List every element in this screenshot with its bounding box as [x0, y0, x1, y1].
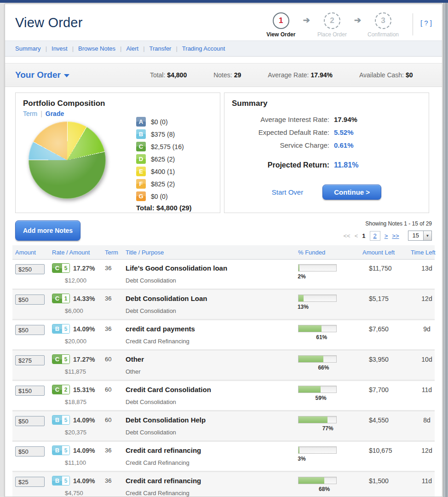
nav-item-trading-account[interactable]: Trading Account	[182, 45, 225, 52]
nav-item-alert[interactable]: Alert	[126, 45, 138, 52]
funded-progress-bar	[298, 446, 337, 454]
column-header-term[interactable]: Term	[105, 249, 126, 256]
projected-return-value: 11.81%	[334, 161, 358, 169]
loan-title[interactable]: Debt Consolidation Help	[126, 415, 298, 424]
column-header-time-left[interactable]: Time Left	[411, 249, 442, 256]
legend-total: Total: $4,800 (29)	[136, 204, 192, 212]
header-divider	[413, 13, 413, 35]
note-amount-input[interactable]	[15, 416, 45, 426]
funded-cell: 13%	[298, 294, 362, 314]
column-header-rate-amount[interactable]: Rate / Amount	[52, 249, 105, 256]
summary-label: Service Charge:	[224, 141, 329, 149]
term-cell: 36	[105, 445, 126, 466]
time-left-cell: 11d	[411, 385, 442, 405]
order-stat-value: $0	[406, 71, 413, 79]
page-scrollbar[interactable]	[443, 3, 448, 497]
loan-title[interactable]: Credit Card Consolidation	[126, 385, 298, 393]
loan-amount: $12,000	[65, 277, 105, 284]
loan-title[interactable]: Credit card refinancing	[126, 476, 298, 485]
nav-item-transfer[interactable]: Transfer	[149, 45, 172, 52]
rate-amount-cell: B 5 14.09% $11,100	[52, 445, 105, 466]
start-over-link[interactable]: Start Over	[272, 188, 303, 196]
funded-progress-bar	[298, 386, 337, 393]
order-stat-value: $4,800	[167, 71, 187, 79]
note-amount-input[interactable]	[15, 264, 45, 274]
help-link[interactable]: [ ? ]	[420, 19, 432, 27]
add-more-notes-button[interactable]: Add more Notes	[15, 220, 80, 241]
note-amount-input[interactable]	[15, 325, 45, 335]
funded-percent-label: 68%	[319, 486, 330, 492]
loan-amount: $4,750	[65, 490, 105, 497]
loan-title[interactable]: Credit card refinancing	[126, 445, 298, 454]
loan-title[interactable]: Debt Consolidation Loan	[126, 294, 298, 302]
term-cell: 60	[105, 415, 126, 436]
note-amount-input[interactable]	[15, 295, 45, 305]
loan-purpose: Credit Card Refinancing	[126, 490, 298, 497]
loan-title[interactable]: credit card payments	[126, 324, 298, 333]
nav-separator: |	[120, 45, 121, 52]
note-amount-input[interactable]	[15, 386, 45, 396]
last-page-link[interactable]: >>	[392, 232, 399, 239]
amount-cell	[15, 354, 52, 375]
funded-progress-fill	[299, 356, 323, 362]
amount-cell	[15, 324, 52, 345]
continue-button[interactable]: Continue >	[322, 185, 381, 200]
current-page-number: 1	[362, 232, 365, 239]
column-header--funded[interactable]: % Funded	[298, 249, 362, 256]
note-amount-input[interactable]	[15, 477, 45, 487]
note-amount-input[interactable]	[15, 355, 45, 365]
grade-letter: C	[52, 355, 62, 364]
first-page-link[interactable]: <<	[344, 232, 350, 239]
loan-title[interactable]: Other	[126, 354, 298, 363]
amount-left-cell: $3,950	[362, 354, 411, 375]
interest-rate: 14.09%	[73, 477, 95, 485]
showing-notes-text: Showing Notes 1 - 15 of 29	[344, 220, 432, 227]
title-purpose-cell: Debt Consolidation Help Debt Consolidati…	[126, 415, 298, 436]
notes-toolbar: Add more Notes Showing Notes 1 - 15 of 2…	[5, 213, 442, 243]
rate-amount-cell: B 5 14.09% $20,000	[52, 324, 105, 345]
funded-progress-bar	[298, 477, 337, 484]
tab-term[interactable]: Term	[23, 110, 37, 117]
tab-grade[interactable]: Grade	[46, 110, 64, 117]
loan-title[interactable]: Life's Good Consolidation loan	[126, 263, 298, 272]
nav-item-invest[interactable]: Invest	[52, 45, 68, 52]
legend-row: G $0 (0)	[136, 191, 192, 201]
loan-amount: $11,100	[65, 459, 105, 466]
note-amount-input[interactable]	[15, 446, 45, 457]
nav-item-browse-notes[interactable]: Browse Notes	[78, 45, 115, 52]
legend-value: $400 (1)	[151, 168, 175, 175]
note-row: B 5 14.09% $11,100 36 Credit card refina…	[12, 442, 435, 472]
title-purpose-cell: Credit Card Consolidation Debt Consolida…	[126, 385, 298, 405]
page-container: View Order 1 View Order ➔ 2 Place Order …	[5, 4, 442, 497]
grade-badge: B 5	[52, 324, 70, 334]
summary-label: Average Interest Rate:	[224, 116, 329, 123]
column-header-title-purpose[interactable]: Title / Purpose	[126, 249, 298, 256]
order-stat: Available Cash:$0	[359, 71, 413, 79]
page-size-select[interactable]: 15 ▼	[408, 231, 432, 241]
interest-rate: 15.31%	[73, 386, 95, 393]
grade-letter: C	[52, 264, 62, 272]
funded-percent-label: 66%	[318, 364, 329, 371]
step-number: 2	[324, 12, 340, 29]
amount-cell	[15, 445, 52, 466]
nav-separator: |	[46, 45, 47, 52]
pie-legend: A $0 (0) B $375 (8) C $2,575 (16) D $625…	[136, 117, 192, 212]
funded-progress-fill	[299, 295, 304, 301]
page-2-link[interactable]: 2	[370, 231, 380, 241]
dropdown-arrow-icon[interactable]: ▼	[423, 231, 431, 240]
next-page-link[interactable]: >	[385, 232, 388, 239]
grade-subgrade: 5	[62, 324, 69, 333]
your-order-dropdown[interactable]: Your Order	[15, 70, 69, 80]
funded-percent-label: 61%	[316, 334, 327, 341]
grade-badge: B 5	[52, 476, 70, 485]
nav-item-summary[interactable]: Summary	[15, 45, 41, 52]
prev-page-link[interactable]: <	[355, 232, 358, 239]
your-order-label: Your Order	[15, 70, 61, 80]
term-cell: 60	[105, 385, 126, 405]
column-header-amount[interactable]: Amount	[15, 249, 52, 256]
amount-cell	[15, 263, 52, 284]
column-header-amount-left[interactable]: Amount Left	[362, 249, 411, 256]
checkout-step: 2 Place Order	[311, 12, 353, 38]
main-nav: Summary|Invest|Browse Notes|Alert|Transf…	[5, 40, 442, 57]
grade-pie-chart	[29, 121, 106, 199]
